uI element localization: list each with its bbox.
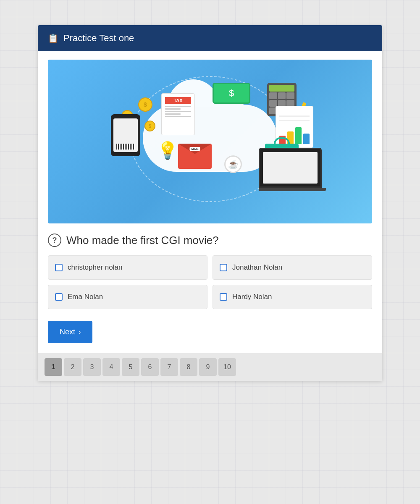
- checkbox-d[interactable]: [220, 293, 227, 301]
- next-button-label: Next: [60, 328, 75, 336]
- options-grid: christopher nolan Jonathan Nolan Ema Nol…: [48, 255, 372, 309]
- option-a-label: christopher nolan: [68, 263, 122, 272]
- option-b[interactable]: Jonathan Nolan: [213, 255, 372, 280]
- checkbox-c[interactable]: [55, 293, 63, 301]
- quiz-card: 📋 Practice Test one $ $ $ $: [38, 25, 382, 381]
- page-button-4[interactable]: 4: [102, 358, 120, 376]
- page-button-10[interactable]: 10: [218, 358, 236, 376]
- option-b-label: Jonathan Nolan: [232, 263, 282, 272]
- header-icon: 📋: [48, 33, 58, 43]
- page-button-9[interactable]: 9: [199, 358, 217, 376]
- pagination: 12345678910: [38, 353, 382, 381]
- tax-document-icon: TAX: [161, 93, 195, 135]
- option-c[interactable]: Ema Nolan: [48, 285, 207, 309]
- coin-icon-2: $: [138, 97, 152, 112]
- option-d-label: Hardy Nolan: [232, 293, 272, 301]
- page-button-5[interactable]: 5: [122, 358, 139, 376]
- page-button-1[interactable]: 1: [45, 358, 62, 376]
- card-header: 📋 Practice Test one: [38, 25, 382, 51]
- card-body: $ $ $ $ TAX: [38, 51, 382, 381]
- page-button-7[interactable]: 7: [160, 358, 178, 376]
- page-button-6[interactable]: 6: [141, 358, 159, 376]
- question-row: ? Who made the first CGI movie?: [48, 234, 372, 247]
- page-button-2[interactable]: 2: [64, 358, 81, 376]
- question-text: Who made the first CGI movie?: [66, 234, 219, 247]
- question-mark-icon: ?: [48, 234, 61, 247]
- page-button-3[interactable]: 3: [83, 358, 101, 376]
- option-d[interactable]: Hardy Nolan: [213, 285, 372, 309]
- envelope-icon: MAIL: [178, 144, 212, 169]
- option-c-label: Ema Nolan: [68, 293, 103, 301]
- next-chevron-icon: ›: [79, 328, 81, 336]
- coffee-icon: ☕: [224, 155, 242, 173]
- tax-label: TAX: [165, 97, 191, 104]
- illustration: $ $ $ $ TAX: [48, 60, 372, 223]
- laptop-icon: [259, 148, 326, 194]
- header-title: Practice Test one: [63, 33, 134, 44]
- checkbox-b[interactable]: [220, 264, 227, 271]
- page-button-8[interactable]: 8: [180, 358, 197, 376]
- lightbulb-icon: 💡: [157, 141, 178, 160]
- coin-icon-3: $: [144, 121, 155, 131]
- tablet-icon: [111, 114, 140, 156]
- hero-image: $ $ $ $ TAX: [48, 60, 372, 223]
- option-a[interactable]: christopher nolan: [48, 255, 207, 280]
- next-button[interactable]: Next ›: [48, 321, 92, 343]
- barcode-icon: [116, 144, 135, 150]
- checkbox-a[interactable]: [55, 264, 63, 271]
- money-icon: $: [213, 83, 250, 104]
